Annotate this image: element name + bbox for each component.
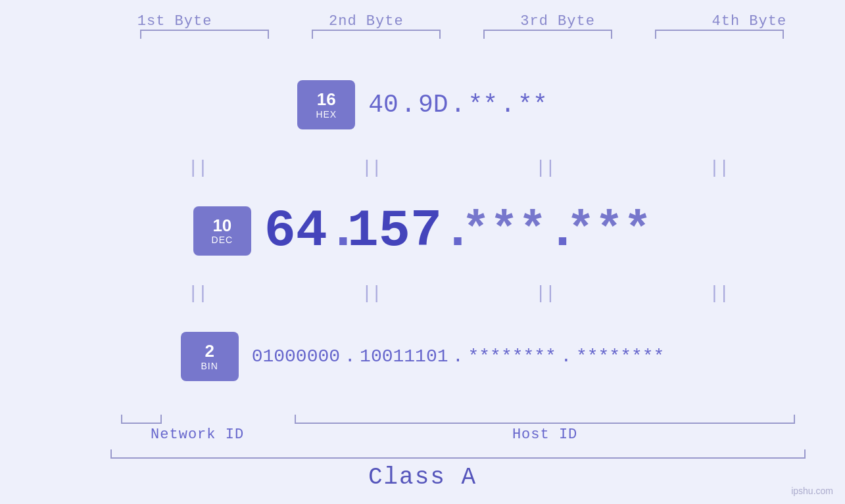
byte4-header: 4th Byte — [654, 13, 845, 30]
bracket-1 — [140, 30, 269, 39]
dec-badge: 10 DEC — [193, 206, 251, 256]
class-label: Class A — [368, 464, 477, 491]
eq1-sign4: || — [709, 158, 729, 178]
bracket-cell-4 — [634, 30, 806, 39]
hex-byte2: 9D — [418, 91, 448, 119]
bracket-cell-2 — [290, 30, 462, 39]
bin-row: 2 BIN 01000000 . 10011101 . ******** . *… — [181, 304, 665, 409]
byte2-header: 2nd Byte — [270, 13, 462, 30]
bin-byte3: ******** — [468, 346, 556, 367]
network-bracket-container — [110, 415, 284, 424]
dec-byte4-cell: *** — [567, 204, 652, 258]
dec-byte2: 157 — [347, 201, 442, 261]
dec-badge-base: DEC — [212, 235, 233, 245]
byte1-header: 1st Byte — [79, 13, 270, 30]
eq2-cell2: || — [284, 283, 458, 304]
dec-byte3: *** — [462, 204, 547, 258]
hex-byte1-cell: 40 — [368, 91, 398, 119]
dec-byte2-cell: 157 — [347, 201, 442, 261]
host-bracket-container — [284, 415, 806, 424]
bin-dot1: . — [340, 346, 360, 367]
bin-badge-base: BIN — [201, 361, 218, 371]
bottom-labels: Network ID Host ID — [110, 426, 806, 443]
bin-badge-num: 2 — [205, 342, 214, 361]
watermark: ipshu.com — [791, 486, 833, 496]
dec-badge-num: 10 — [212, 216, 231, 235]
equals-row-1: || || || || — [110, 158, 806, 178]
eq1-sign2: || — [362, 158, 381, 178]
eq1-cell2: || — [284, 158, 458, 178]
eq2-sign4: || — [709, 283, 729, 304]
bin-byte2: 10011101 — [360, 346, 448, 367]
hex-dot3: . — [498, 91, 518, 119]
host-id-label: Host ID — [284, 426, 806, 443]
hex-dot2: . — [448, 91, 468, 119]
bin-badge: 2 BIN — [181, 332, 239, 381]
hex-byte4-cell: ** — [518, 91, 548, 119]
byte3-header: 3rd Byte — [462, 13, 654, 30]
dec-byte4: *** — [567, 204, 652, 258]
bracket-2 — [312, 30, 441, 39]
bin-byte4-cell: ******** — [576, 346, 664, 367]
eq1-sign1: || — [187, 158, 207, 178]
eq1-cell4: || — [632, 158, 806, 178]
host-bracket — [295, 415, 795, 424]
dec-values: 64 . 157 . *** . *** — [264, 201, 652, 261]
equals-row-2: || || || || — [110, 283, 806, 304]
dec-dot2: . — [442, 201, 462, 261]
hex-badge-base: HEX — [316, 109, 337, 120]
eq2-cell1: || — [110, 283, 284, 304]
bracket-3 — [483, 30, 612, 39]
bin-byte3-cell: ******** — [468, 346, 556, 367]
bracket-cell-3 — [462, 30, 634, 39]
dec-row: 10 DEC 64 . 157 . *** . *** — [193, 178, 652, 284]
hex-byte3: ** — [468, 91, 498, 119]
dec-byte3-cell: *** — [462, 204, 547, 258]
eq1-sign3: || — [535, 158, 555, 178]
bottom-section: Network ID Host ID Class A — [39, 415, 806, 491]
bin-dot2: . — [448, 346, 468, 367]
hex-byte1: 40 — [368, 91, 398, 119]
eq1-cell1: || — [110, 158, 284, 178]
hex-byte4: ** — [518, 91, 548, 119]
eq2-sign2: || — [362, 283, 381, 304]
long-bracket-row — [110, 449, 806, 459]
long-bracket — [110, 449, 806, 459]
dec-dot3: . — [547, 201, 567, 261]
eq1-cell3: || — [458, 158, 632, 178]
hex-badge: 16 HEX — [297, 80, 355, 129]
hex-dot1: . — [398, 91, 418, 119]
bin-byte1-cell: 01000000 — [252, 346, 340, 367]
main-container: 1st Byte 2nd Byte 3rd Byte 4th Byte 16 H… — [0, 0, 845, 504]
hex-values: 40 . 9D . ** . ** — [368, 91, 547, 119]
dec-byte1: 64 — [264, 201, 327, 261]
bin-dot3: . — [556, 346, 576, 367]
network-bracket — [121, 415, 162, 424]
bracket-cell-1 — [118, 30, 290, 39]
hex-badge-num: 16 — [317, 90, 336, 109]
byte-headers: 1st Byte 2nd Byte 3rd Byte 4th Byte — [79, 13, 845, 30]
dec-byte1-cell: 64 — [264, 201, 327, 261]
bin-values: 01000000 . 10011101 . ******** . *******… — [252, 346, 665, 367]
bottom-brackets — [110, 415, 806, 424]
eq2-sign3: || — [535, 283, 555, 304]
dec-dot1: . — [327, 201, 347, 261]
bin-byte1: 01000000 — [252, 346, 340, 367]
hex-row: 16 HEX 40 . 9D . ** . ** — [297, 52, 547, 158]
class-row: Class A — [39, 464, 806, 491]
hex-byte2-cell: 9D — [418, 91, 448, 119]
bracket-4 — [655, 30, 784, 39]
bin-byte2-cell: 10011101 — [360, 346, 448, 367]
eq2-cell3: || — [458, 283, 632, 304]
network-id-label: Network ID — [110, 426, 284, 443]
hex-byte3-cell: ** — [468, 91, 498, 119]
bin-byte4: ******** — [576, 346, 664, 367]
eq2-sign1: || — [187, 283, 207, 304]
eq2-cell4: || — [632, 283, 806, 304]
top-brackets — [118, 30, 806, 39]
